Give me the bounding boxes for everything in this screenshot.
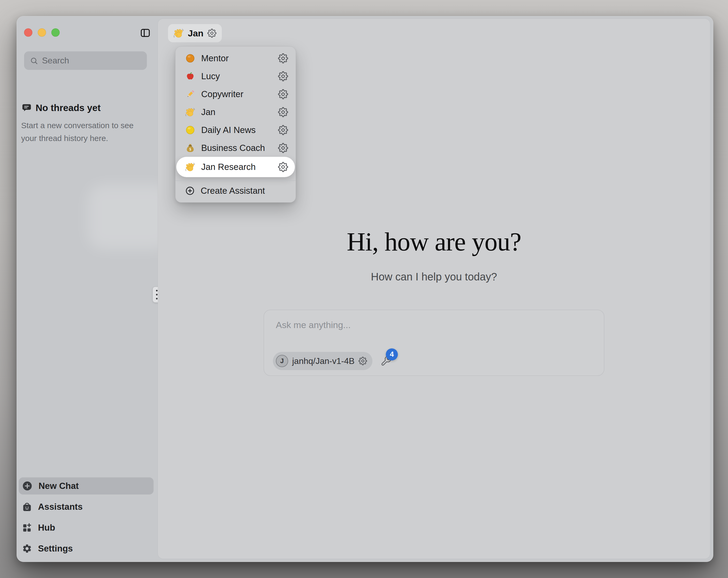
desktop-background: Search No threads yet Start a new conver… [0, 0, 728, 578]
assistant-selector-button[interactable]: Jan [168, 24, 222, 42]
menu-item-daily-ai-news[interactable]: Daily AI News [176, 121, 296, 139]
menu-item-label: Mentor [201, 53, 229, 64]
wave-emoji-icon [185, 107, 195, 117]
gear-icon[interactable] [207, 29, 216, 38]
assistant-settings-gear-icon[interactable] [278, 162, 288, 172]
zoom-button[interactable] [51, 28, 60, 37]
composer-toolbar: J janhq/Jan-v1-4B 4 [273, 352, 392, 370]
assistant-settings-gear-icon[interactable] [278, 71, 288, 81]
tools-button[interactable]: 4 [381, 355, 392, 367]
sidebar-item-hub[interactable]: Hub [19, 519, 154, 536]
assistant-menu: Mentor Lucy Copywriter Jan [175, 46, 296, 203]
orange-circle-emoji-icon [185, 53, 195, 64]
menu-item-label: Copywriter [201, 89, 243, 99]
sidebar-item-new-chat[interactable]: New Chat [19, 477, 154, 495]
sidebar-toggle-button[interactable] [139, 27, 151, 39]
composer-placeholder: Ask me anything... [276, 320, 351, 330]
close-button[interactable] [24, 28, 32, 37]
create-assistant-button[interactable]: Create Assistant [176, 182, 296, 199]
main-panel: Jan Mentor Lucy Copywriter [158, 19, 710, 559]
menu-item-label: Lucy [201, 71, 220, 81]
search-input[interactable]: Search [24, 51, 147, 70]
app-window: Search No threads yet Start a new conver… [17, 16, 713, 562]
assistant-settings-gear-icon[interactable] [278, 89, 288, 99]
sidebar-item-settings[interactable]: Settings [19, 540, 154, 557]
gear-filled-icon [22, 544, 32, 554]
assistant-settings-gear-icon[interactable] [278, 125, 288, 135]
sidebar-item-label: Settings [38, 544, 73, 554]
chat-bubble-icon [21, 103, 31, 113]
greeting-title: Hi, how are you? [158, 227, 710, 257]
assistant-settings-gear-icon[interactable] [278, 53, 288, 64]
wave-emoji-icon [185, 162, 195, 172]
search-icon [30, 57, 38, 65]
empty-state-title: No threads yet [35, 102, 101, 113]
sidebar-item-label: Hub [38, 523, 55, 533]
model-avatar: J [276, 355, 288, 367]
wave-emoji-icon [173, 28, 184, 39]
window-controls [24, 28, 60, 37]
assistant-settings-gear-icon[interactable] [278, 107, 288, 117]
menu-item-label: Jan Research [201, 162, 256, 172]
tools-count-badge: 4 [386, 348, 398, 360]
minimize-button[interactable] [38, 28, 46, 37]
money-bag-emoji-icon [185, 143, 195, 153]
pencil-emoji-icon [185, 89, 195, 99]
sidebar-item-label: New Chat [38, 481, 79, 491]
panel-left-icon [140, 28, 151, 38]
menu-item-label: Daily AI News [201, 125, 256, 135]
yellow-circle-emoji-icon [185, 125, 195, 135]
greeting-subtitle: How can I help you today? [158, 271, 710, 283]
assistant-icon [22, 502, 32, 512]
menu-item-lucy[interactable]: Lucy [176, 67, 296, 85]
empty-state-description: Start a new conversation to see your thr… [21, 119, 146, 145]
menu-item-business-coach[interactable]: Business Coach [176, 139, 296, 157]
assistant-settings-gear-icon[interactable] [278, 143, 288, 153]
menu-item-mentor[interactable]: Mentor [176, 49, 296, 67]
hub-icon [22, 523, 32, 533]
plus-circle-icon [22, 481, 33, 491]
menu-item-label: Business Coach [201, 143, 265, 153]
plus-circle-outline-icon [185, 186, 195, 196]
menu-item-jan-research-selected[interactable]: Jan Research [176, 157, 295, 177]
model-selector-button[interactable]: J janhq/Jan-v1-4B [273, 352, 372, 370]
threads-empty-state: No threads yet Start a new conversation … [21, 102, 146, 145]
search-placeholder: Search [42, 56, 69, 66]
assistant-selector-label: Jan [188, 28, 204, 39]
chat-composer[interactable]: Ask me anything... J janhq/Jan-v1-4B 4 [263, 309, 604, 376]
menu-item-copywriter[interactable]: Copywriter [176, 85, 296, 103]
sidebar-item-assistants[interactable]: Assistants [19, 498, 154, 516]
sidebar-item-label: Assistants [38, 502, 83, 512]
model-name: janhq/Jan-v1-4B [292, 356, 355, 366]
menu-item-jan[interactable]: Jan [176, 103, 296, 121]
menu-item-label: Jan [201, 107, 215, 117]
create-assistant-label: Create Assistant [201, 186, 265, 196]
model-settings-gear-icon[interactable] [359, 357, 367, 365]
apple-emoji-icon [185, 71, 195, 81]
menu-divider [176, 180, 296, 181]
